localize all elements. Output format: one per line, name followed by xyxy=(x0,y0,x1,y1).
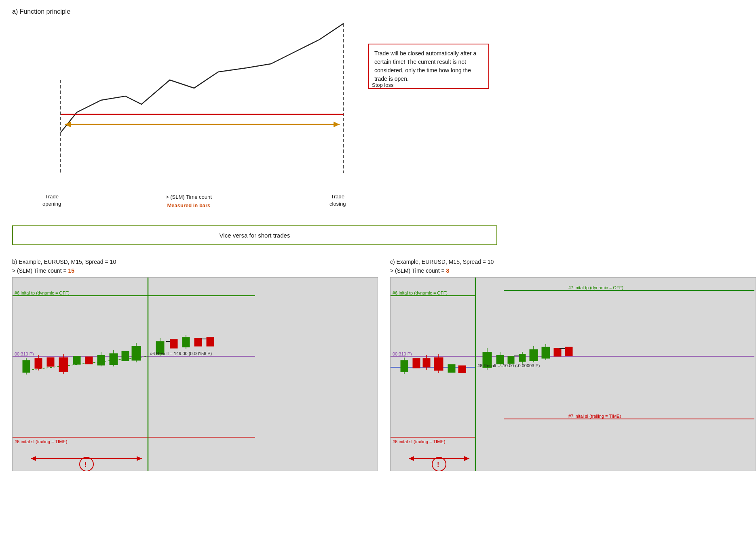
svg-text:#6 Result = 149.00 (0.00156 P): #6 Result = 149.00 (0.00156 P) xyxy=(150,351,212,356)
svg-rect-19 xyxy=(85,357,93,364)
svg-text:00:310 P): 00:310 P) xyxy=(15,351,34,356)
example-b-chart: #6 Result = 149.00 (0.00156 P) #6 inital… xyxy=(12,277,378,471)
svg-rect-57 xyxy=(434,358,443,370)
example-b-count: 15 xyxy=(68,267,75,274)
svg-rect-68 xyxy=(519,354,526,362)
svg-marker-83 xyxy=(409,456,414,461)
svg-rect-25 xyxy=(132,346,141,360)
example-b-title: b) Example, EURUSD, M15, Spread = 10 > (… xyxy=(12,257,378,276)
svg-marker-42 xyxy=(137,456,142,461)
svg-marker-84 xyxy=(464,456,469,461)
svg-rect-54 xyxy=(413,358,420,368)
svg-text:00:310 P): 00:310 P) xyxy=(393,351,412,356)
svg-point-43 xyxy=(80,457,93,471)
label-trade-opening: Tradeopening xyxy=(42,193,61,208)
svg-rect-15 xyxy=(47,358,54,366)
svg-text:#6 inital tp (dynamic = OFF): #6 inital tp (dynamic = OFF) xyxy=(15,290,70,295)
diagram-area: Trade will be closed automatically after… xyxy=(12,19,497,189)
slm-text: > (SLM) Time count xyxy=(166,194,212,200)
example-c-chart: #6 Result = -10.00 (-0.00003 P) xyxy=(390,277,756,471)
svg-rect-16 xyxy=(59,358,68,372)
svg-line-10 xyxy=(25,356,148,370)
svg-marker-5 xyxy=(334,122,340,127)
svg-rect-20 xyxy=(97,355,105,365)
svg-point-85 xyxy=(432,457,446,471)
svg-text:#7 inital tp (dynamic = OFF): #7 inital tp (dynamic = OFF) xyxy=(568,285,623,290)
svg-rect-11 xyxy=(23,360,30,372)
svg-rect-13 xyxy=(35,358,42,368)
svg-rect-22 xyxy=(110,354,118,365)
example-b-title2: > (SLM) Time count = xyxy=(12,267,68,274)
example-b-panel: b) Example, EURUSD, M15, Spread = 10 > (… xyxy=(12,257,378,471)
trade-box-text: Trade will be closed automatically after… xyxy=(374,50,476,82)
example-b-svg: #6 Result = 149.00 (0.00156 P) #6 inital… xyxy=(13,278,378,471)
example-b-title1: b) Example, EURUSD, M15, Spread = 10 xyxy=(12,259,116,265)
svg-rect-30 xyxy=(170,339,177,348)
svg-text:#6 inital tp (dynamic = OFF): #6 inital tp (dynamic = OFF) xyxy=(393,290,448,295)
svg-rect-72 xyxy=(542,347,550,358)
svg-rect-74 xyxy=(554,348,561,356)
example-c-panel: c) Example, EURUSD, M15, Spread = 10 > (… xyxy=(390,257,756,471)
labels-row: Tradeopening > (SLM) Time count Measured… xyxy=(12,193,497,221)
example-c-title2: > (SLM) Time count = xyxy=(390,267,446,274)
svg-rect-70 xyxy=(530,349,538,361)
svg-rect-31 xyxy=(182,337,190,347)
svg-rect-27 xyxy=(156,341,164,354)
svg-rect-33 xyxy=(194,338,202,346)
svg-rect-24 xyxy=(122,351,129,361)
svg-rect-18 xyxy=(73,356,80,364)
label-trade-closing: Tradeclosing xyxy=(329,193,346,208)
label-slm: > (SLM) Time count Measured in bars xyxy=(166,193,212,210)
main-container: a) Function principle Trade will be clos… xyxy=(0,0,756,479)
svg-text:#6 inital sl (trailing = TIME): #6 inital sl (trailing = TIME) xyxy=(15,439,67,444)
example-c-svg: #6 Result = -10.00 (-0.00003 P) xyxy=(391,278,756,471)
svg-marker-41 xyxy=(31,456,36,461)
svg-rect-64 xyxy=(496,355,504,364)
example-c-count: 8 xyxy=(446,267,450,274)
svg-rect-76 xyxy=(565,347,572,356)
svg-rect-60 xyxy=(458,366,466,373)
svg-rect-52 xyxy=(401,360,408,372)
svg-text:#7 inital sl (trailing = TIME): #7 inital sl (trailing = TIME) xyxy=(568,414,621,419)
svg-rect-35 xyxy=(207,337,214,346)
section-a-title: a) Function principle xyxy=(12,8,744,15)
svg-rect-59 xyxy=(448,364,455,372)
svg-rect-61 xyxy=(483,352,492,368)
svg-text:#6 inital sl (trailing = TIME): #6 inital sl (trailing = TIME) xyxy=(393,439,445,444)
example-c-title1: c) Example, EURUSD, M15, Spread = 10 xyxy=(390,259,494,265)
svg-text:#6 Result = -10.00 (-0.00003 P: #6 Result = -10.00 (-0.00003 P) xyxy=(477,363,540,368)
example-c-title: c) Example, EURUSD, M15, Spread = 10 > (… xyxy=(390,257,756,276)
svg-text:!: ! xyxy=(84,461,87,468)
svg-rect-66 xyxy=(508,356,514,364)
measured-text: Measured in bars xyxy=(167,202,210,208)
vice-versa-box: Vice versa for short trades xyxy=(12,225,497,245)
svg-rect-55 xyxy=(423,358,430,367)
examples-row: b) Example, EURUSD, M15, Spread = 10 > (… xyxy=(12,257,756,471)
stop-loss-label: Stop loss xyxy=(372,82,393,88)
svg-text:!: ! xyxy=(437,461,439,468)
